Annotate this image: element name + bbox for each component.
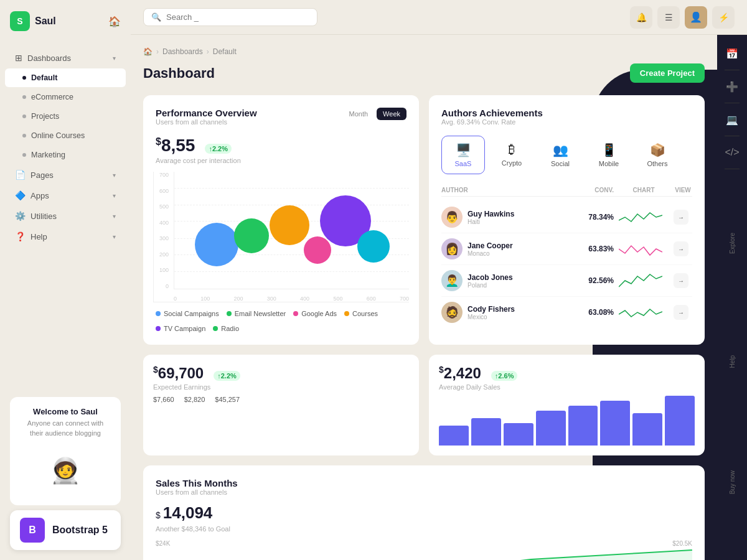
authors-table-header: AUTHOR CONV. CHART VIEW: [441, 184, 692, 197]
cat-tab-crypto[interactable]: ₿ Crypto: [490, 136, 533, 174]
cat-tab-social[interactable]: 👥 Social: [538, 136, 582, 174]
tab-week[interactable]: Week: [377, 108, 406, 120]
legend-dot-email: [227, 311, 232, 316]
legend-dot-radio: [213, 326, 218, 331]
authors-card: Authors Achievements Avg. 69.34% Conv. R…: [429, 95, 705, 345]
earnings-side-labels: $7,660 $2,820 $45,257: [153, 396, 409, 403]
topbar-action-btn[interactable]: ⚡: [712, 6, 735, 29]
rail-divider-2: [725, 103, 740, 103]
sales-area-chart: [156, 547, 692, 560]
bar-1: [439, 426, 469, 446]
sidebar-header: S Saul 🏠: [0, 0, 131, 42]
author-details-2: Jane Cooper Monaco: [467, 241, 513, 257]
view-btn-2[interactable]: →: [674, 241, 688, 256]
sidebar-item-pages[interactable]: 📄Pages▾: [5, 165, 126, 185]
author-row-1: 👨 Guy Hawkins Haiti 78.34% →: [441, 202, 692, 233]
cat-tab-saas[interactable]: 🖥️ SaaS: [441, 136, 485, 174]
author-row-3: 👨‍🦱 Jacob Jones Poland 92.56% →: [441, 265, 692, 297]
sidebar-item-default[interactable]: Default: [5, 68, 126, 87]
search-box[interactable]: 🔍: [143, 8, 317, 26]
sales-y-24k: $24K: [156, 540, 170, 547]
breadcrumb: 🏠 › Dashboards › Default: [143, 47, 705, 56]
sidebar-item-projects[interactable]: Projects: [5, 107, 126, 126]
social-label: Social: [551, 160, 570, 167]
author-info-3: 👨‍🦱 Jacob Jones Poland: [441, 270, 571, 291]
rail-btn-code[interactable]: </>: [721, 141, 743, 164]
nav-dot-ecommerce: [22, 95, 26, 99]
nav-label-online-courses: Online Courses: [31, 131, 85, 140]
sidebar-item-online-courses[interactable]: Online Courses: [5, 126, 126, 145]
side-label-2: $2,820: [184, 396, 205, 403]
saas-label: SaaS: [455, 160, 472, 167]
rail-btn-monitor[interactable]: 💻: [721, 108, 743, 131]
performance-card-header: Performance Overview Users from all chan…: [156, 108, 406, 133]
sales-y-labels: $24K $20.5K: [156, 540, 692, 547]
nav-label-dashboards: Dashboards: [27, 54, 71, 63]
bootstrap-badge: B Bootstrap 5: [10, 510, 121, 550]
rail-btn-add[interactable]: ➕: [721, 75, 743, 98]
view-btn-4[interactable]: →: [674, 305, 688, 320]
search-input[interactable]: [166, 12, 309, 22]
conv-1: 78.34%: [576, 213, 614, 222]
breadcrumb-default[interactable]: Default: [213, 47, 237, 56]
bar-8: [665, 396, 695, 446]
create-project-button[interactable]: Create Project: [630, 63, 705, 83]
x-labels: 0100200300400500600700: [174, 296, 409, 302]
conv-3: 92.56%: [576, 276, 614, 285]
topbar-menu-btn[interactable]: ☰: [657, 6, 680, 29]
breadcrumb-dashboards[interactable]: Dashboards: [162, 47, 203, 56]
rail-label-buy[interactable]: Buy now: [729, 465, 736, 499]
category-tabs: 🖥️ SaaS ₿ Crypto 👥 Social 📱: [441, 136, 692, 174]
saas-icon: 🖥️: [456, 142, 471, 157]
bar-3: [504, 423, 533, 446]
col-view: VIEW: [674, 187, 692, 194]
conv-2: 63.83%: [576, 245, 614, 253]
nav-dot-projects: [22, 114, 26, 118]
legend-label-tv: TV Campaign: [164, 325, 205, 332]
author-avatar-4: 🧔: [441, 302, 463, 323]
col-chart: CHART: [619, 187, 669, 194]
rail-labels: Explore Help Buy now: [729, 174, 736, 553]
nav-dot-marketing: [22, 153, 26, 157]
performance-subtitle: Users from all channels: [156, 118, 257, 126]
daily-sales-value: $2,420: [439, 365, 481, 382]
topbar-notification-btn[interactable]: 🔔: [630, 6, 652, 29]
others-icon: 📦: [650, 142, 665, 157]
breadcrumb-sep1: ›: [156, 47, 159, 56]
rail-label-explore[interactable]: Explore: [729, 228, 736, 259]
author-details-1: Guy Hawkins Haiti: [467, 210, 514, 225]
nav-dot-default: [22, 76, 26, 80]
performance-title-group: Performance Overview Users from all chan…: [156, 108, 257, 133]
crypto-label: Crypto: [502, 159, 522, 167]
earnings-label: Expected Earnings: [153, 383, 409, 391]
rail-btn-calendar[interactable]: 📅: [721, 42, 743, 65]
performance-metric: $8,55 ↑2.2%: [156, 136, 406, 157]
performance-title: Performance Overview: [156, 108, 257, 118]
legend-google: Google Ads: [293, 310, 337, 317]
bootstrap-label: Bootstrap 5: [52, 525, 108, 536]
bar-7: [632, 413, 662, 446]
cat-tab-others[interactable]: 📦 Others: [636, 136, 679, 174]
bubble-google: [304, 236, 331, 264]
nav-icon-pages: 📄: [15, 170, 26, 180]
daily-sales-badge: ↑2.6%: [491, 371, 518, 381]
cat-tab-mobile[interactable]: 📱 Mobile: [587, 136, 631, 174]
sidebar-item-utilities[interactable]: ⚙️Utilities▾: [5, 206, 126, 226]
social-icon: 👥: [553, 142, 568, 157]
legend-label-courses: Courses: [352, 310, 378, 317]
sidebar-home-icon[interactable]: 🏠: [108, 16, 121, 27]
welcome-sub: Anyone can connect with their audience b…: [20, 419, 111, 438]
astronaut-illustration: 🧑‍🚀: [20, 446, 111, 495]
sidebar-item-ecommerce[interactable]: eCommerce: [5, 88, 126, 106]
earnings-card: $69,700 ↑2.2% Expected Earnings $7,660 $…: [143, 355, 419, 455]
view-btn-1[interactable]: →: [674, 210, 688, 225]
sidebar-item-dashboards[interactable]: ⊞Dashboards▾: [5, 48, 126, 68]
sidebar-item-help[interactable]: ❓Help▾: [5, 226, 126, 246]
tab-month[interactable]: Month: [343, 108, 375, 120]
rail-label-help[interactable]: Help: [729, 350, 736, 373]
sidebar-item-marketing[interactable]: Marketing: [5, 146, 126, 164]
view-btn-3[interactable]: →: [674, 273, 688, 288]
topbar-avatar[interactable]: 👤: [685, 6, 707, 29]
sidebar-item-apps[interactable]: 🔷Apps▾: [5, 185, 126, 205]
daily-sales-label: Average Daily Sales: [439, 383, 695, 391]
